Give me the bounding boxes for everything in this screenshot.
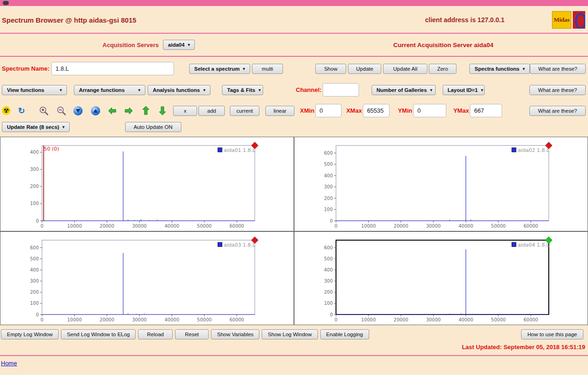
update-rate-label: Update Rate (8 secs) <box>7 124 59 130</box>
layout-id-dropdown[interactable]: Layout ID=1 ▾ <box>443 85 485 95</box>
zoom-out-icon[interactable] <box>56 106 67 116</box>
how-to-use-button[interactable]: How to use this page <box>521 329 583 339</box>
y-tick-label: 200 <box>30 184 39 189</box>
top-strip <box>0 0 588 6</box>
spectra-functions-dropdown[interactable]: Spectra functions ▾ <box>469 64 530 74</box>
analysis-functions-label: Analysis functions <box>153 87 200 93</box>
x-tick-label: 30000 <box>426 224 441 229</box>
functions-row: View functions ▾ Arrange functions ▾ Ana… <box>0 79 588 100</box>
reset-button[interactable]: Reset <box>175 329 209 339</box>
acquisition-server-select[interactable]: aida04 ▾ <box>163 40 195 50</box>
number-of-galleries-dropdown[interactable]: Number of Galleries ▾ <box>372 85 436 95</box>
chevron-down-icon: ▾ <box>62 125 65 129</box>
analysis-functions-dropdown[interactable]: Analysis functions ▾ <box>148 85 210 95</box>
update-rate-dropdown[interactable]: Update Rate (8 secs) ▾ <box>2 122 70 132</box>
show-button[interactable]: Show <box>315 64 346 74</box>
arrow-right-icon[interactable] <box>124 107 133 115</box>
refresh-icon[interactable]: ↻ <box>18 106 25 116</box>
update-button[interactable]: Update <box>348 64 382 74</box>
acquisition-servers-label: Acquisition Servers <box>102 42 159 48</box>
multi-button[interactable]: multi <box>252 64 283 74</box>
y-tick-label: 600 <box>324 245 333 250</box>
page-title: Spectrum Browser @ http aidas-gsi 8015 <box>2 16 136 24</box>
ymax-input[interactable] <box>470 104 502 117</box>
x-tick-label: 40000 <box>164 317 179 322</box>
x-tick-label: 0 <box>41 317 43 322</box>
number-of-galleries-label: Number of Galleries <box>377 87 427 93</box>
legend-swatch <box>512 242 516 247</box>
arrow-down-icon[interactable] <box>159 106 166 115</box>
x-button[interactable]: x <box>173 106 197 116</box>
home-link[interactable]: Home <box>1 360 17 367</box>
divider <box>0 355 588 356</box>
tags-fits-dropdown[interactable]: Tags & Fits ▾ <box>222 85 263 95</box>
show-log-window-button[interactable]: Show Log Window <box>262 329 318 339</box>
select-spectrum-dropdown[interactable]: Select a spectrum ▾ <box>189 64 250 74</box>
spectrum-trace <box>336 156 549 221</box>
x-tick-label: 10000 <box>361 317 376 322</box>
auto-update-button[interactable]: Auto Update ON <box>125 122 181 132</box>
legend-label: aida01 1.8.L <box>224 147 256 153</box>
tags-fits-label: Tags & Fits <box>227 87 255 93</box>
chevron-down-icon: ▾ <box>481 88 483 92</box>
zoom-in-icon[interactable] <box>39 106 50 116</box>
x-tick-label: 20000 <box>100 224 114 229</box>
channel-input[interactable] <box>323 83 359 97</box>
what-are-these-button[interactable]: What are these? <box>529 106 586 116</box>
current-button[interactable]: current <box>230 106 259 116</box>
plot-frame <box>336 145 549 221</box>
show-variables-button[interactable]: Show Variables <box>211 329 259 339</box>
spectrum-name-label: Spectrum Name: <box>2 65 49 72</box>
circle-arrow-down-icon[interactable] <box>73 106 83 115</box>
y-tick-label: 0 <box>36 312 39 317</box>
circle-arrow-up-icon[interactable] <box>91 106 100 115</box>
chevron-down-icon: ▾ <box>188 42 190 47</box>
legend-swatch <box>218 242 222 247</box>
zero-button[interactable]: Zero <box>429 64 457 74</box>
update-row: Update Rate (8 secs) ▾ Auto Update ON <box>0 121 588 136</box>
y-tick-label: 500 <box>30 256 39 261</box>
xmin-input[interactable] <box>315 104 342 117</box>
spectrum-panel-4[interactable]: 0100200300400500600010000200003000040000… <box>294 231 588 325</box>
cursor-annotation: 50 (0) <box>44 146 59 152</box>
ymin-input[interactable] <box>413 104 446 117</box>
add-button[interactable]: add <box>198 106 225 116</box>
x-tick-label: 60000 <box>229 317 244 322</box>
enable-logging-button[interactable]: Enable Logging <box>320 329 369 339</box>
x-tick-label: 10000 <box>361 224 376 229</box>
spectrum-panel-1[interactable]: 0100200300400010000200003000040000500006… <box>0 137 294 231</box>
y-tick-label: 300 <box>30 167 39 172</box>
linear-button[interactable]: linear <box>265 106 294 116</box>
update-all-button[interactable]: Update All <box>383 64 427 74</box>
x-tick-label: 20000 <box>100 317 114 322</box>
what-are-these-button[interactable]: What are these? <box>529 85 586 95</box>
xmax-input[interactable] <box>363 104 390 117</box>
radiation-icon[interactable]: ☢ <box>2 106 11 115</box>
y-tick-label: 400 <box>324 267 333 272</box>
x-tick-label: 10000 <box>67 317 82 322</box>
send-log-to-elog-button[interactable]: Send Log Window to ELog <box>61 329 136 339</box>
spectrum-name-input[interactable] <box>51 62 174 75</box>
plot-frame <box>42 145 255 221</box>
empty-log-window-button[interactable]: Empty Log Window <box>1 329 59 339</box>
chevron-down-icon: ▾ <box>522 67 525 71</box>
legend-swatch <box>512 148 516 152</box>
y-tick-label: 400 <box>30 150 39 155</box>
reload-button[interactable]: Reload <box>138 329 173 339</box>
arrow-left-icon[interactable] <box>108 107 117 115</box>
view-functions-dropdown[interactable]: View functions ▾ <box>2 85 67 95</box>
y-tick-label: 300 <box>30 278 39 284</box>
what-are-these-button[interactable]: What are these? <box>530 64 586 74</box>
layout-id-label: Layout ID=1 <box>448 87 478 93</box>
plot-frame <box>336 240 549 315</box>
spectrum-panel-2[interactable]: 0100200300400500600010000200003000040000… <box>294 137 588 231</box>
xmax-label: XMax <box>346 107 362 114</box>
spectrum-panel-3[interactable]: 0100200300400500600010000200003000040000… <box>0 231 294 325</box>
x-tick-label: 60000 <box>229 224 244 229</box>
spectrum-trace <box>336 249 549 315</box>
log-buttons-row: Empty Log Window Send Log Window to ELog… <box>0 325 588 339</box>
y-tick-label: 200 <box>324 290 333 295</box>
arrow-up-icon[interactable] <box>142 106 150 115</box>
arrange-functions-dropdown[interactable]: Arrange functions ▾ <box>74 85 145 95</box>
x-tick-label: 50000 <box>491 224 506 229</box>
